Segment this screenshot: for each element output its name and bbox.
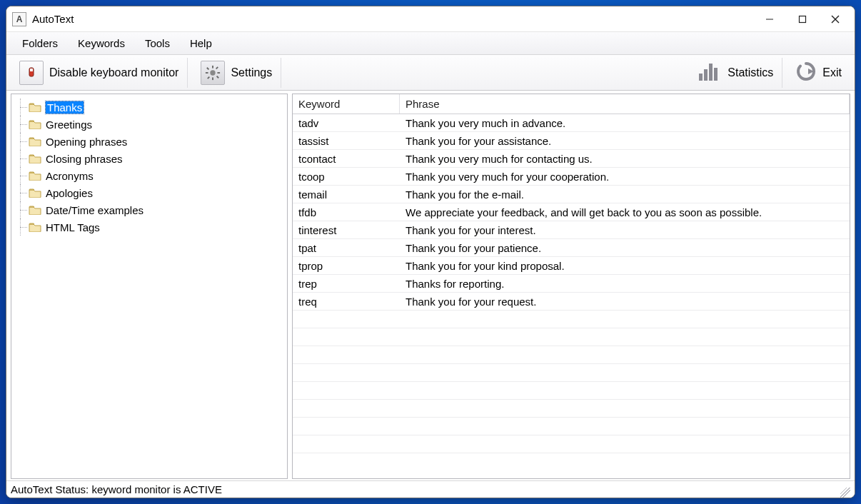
close-button[interactable] <box>819 8 852 31</box>
cell-phrase: Thank you for your patience. <box>400 242 850 254</box>
cell-phrase: Thank you very much for contacting us. <box>400 153 850 165</box>
column-phrase[interactable]: Phrase <box>400 94 850 114</box>
cell-phrase: Thank you very much for your cooperation… <box>400 171 850 183</box>
gear-icon <box>201 61 225 85</box>
svg-rect-5 <box>30 69 33 71</box>
folder-item[interactable]: Thanks <box>14 99 284 116</box>
column-keyword[interactable]: Keyword <box>293 94 400 114</box>
svg-rect-10 <box>218 72 221 74</box>
maximize-button[interactable] <box>786 8 819 31</box>
app-icon: A <box>12 12 26 26</box>
cell-phrase: Thank you very much in advance. <box>400 117 850 129</box>
resize-grip[interactable] <box>840 488 850 498</box>
cell-keyword: tprop <box>293 260 400 272</box>
folder-label: Opening phrases <box>46 136 127 148</box>
cell-phrase: We appreciate your feedback, and will ge… <box>400 206 850 218</box>
table-row[interactable]: trepThanks for reporting. <box>293 275 850 293</box>
table-row[interactable]: tcontactThank you very much for contacti… <box>293 150 850 168</box>
cell-phrase: Thank you for your assistance. <box>400 135 850 147</box>
folder-icon <box>29 188 41 198</box>
svg-rect-18 <box>714 68 718 81</box>
minimize-button[interactable] <box>753 8 786 31</box>
svg-rect-1 <box>800 16 806 22</box>
table-row[interactable]: tadvThank you very much in advance. <box>293 114 850 132</box>
close-icon <box>831 15 840 24</box>
exit-button[interactable]: Exit <box>791 59 846 86</box>
cell-phrase: Thank you for your request. <box>400 296 850 308</box>
cell-keyword: tinterest <box>293 224 400 236</box>
folder-icon <box>29 102 41 112</box>
window-controls <box>753 8 852 31</box>
maximize-icon <box>798 15 807 24</box>
folder-icon <box>29 222 41 232</box>
cell-keyword: trep <box>293 278 400 290</box>
settings-label: Settings <box>231 66 272 79</box>
status-text: AutoText Status: keyword monitor is ACTI… <box>11 483 222 495</box>
menu-help[interactable]: Help <box>180 32 222 54</box>
svg-point-6 <box>211 70 216 75</box>
table-row[interactable]: tinterestThank you for your interest. <box>293 221 850 239</box>
cell-keyword: tcontact <box>293 153 400 165</box>
main-area: ThanksGreetingsOpening phrasesClosing ph… <box>6 91 855 480</box>
cell-keyword: tfdb <box>293 206 400 218</box>
folder-item[interactable]: Acronyms <box>14 167 284 184</box>
cell-keyword: temail <box>293 188 400 201</box>
statistics-button[interactable]: Statistics <box>693 59 777 86</box>
toolbar: Disable keyboard monitor Settings Statis… <box>6 55 855 91</box>
folder-icon <box>29 119 41 129</box>
folder-label: HTML Tags <box>46 221 100 233</box>
disable-monitor-label: Disable keyboard monitor <box>49 66 178 79</box>
exit-label: Exit <box>822 66 842 79</box>
table-body[interactable]: tadvThank you very much in advance.tassi… <box>293 114 850 478</box>
menu-tools[interactable]: Tools <box>135 32 180 54</box>
folder-item[interactable]: Greetings <box>14 116 284 133</box>
folder-item[interactable]: Closing phrases <box>14 150 284 167</box>
statistics-label: Statistics <box>727 66 773 79</box>
table-row[interactable]: tpropThank you for your kind proposal. <box>293 257 850 275</box>
folders-tree[interactable]: ThanksGreetingsOpening phrasesClosing ph… <box>11 94 288 479</box>
cell-keyword: treq <box>293 296 400 308</box>
cell-keyword: tadv <box>293 117 400 129</box>
table-row[interactable]: tfdbWe appreciate your feedback, and wil… <box>293 203 850 221</box>
exit-icon <box>795 61 817 84</box>
app-window: A AutoText Folders Keywords Tools Help <box>6 6 855 498</box>
svg-rect-8 <box>213 77 214 80</box>
window-title: AutoText <box>32 13 74 25</box>
cell-keyword: tcoop <box>293 171 400 183</box>
table-row-empty <box>293 418 850 435</box>
folder-label: Closing phrases <box>46 153 123 165</box>
table-row[interactable]: tpatThank you for your patience. <box>293 239 850 257</box>
folder-item[interactable]: Opening phrases <box>14 133 284 150</box>
folder-label: Acronyms <box>46 170 94 182</box>
cell-phrase: Thank you for the e-mail. <box>400 188 850 201</box>
folder-item[interactable]: Date/Time examples <box>14 201 284 218</box>
folder-item[interactable]: Apologies <box>14 184 284 201</box>
table-row[interactable]: treqThank you for your request. <box>293 293 850 311</box>
table-row-empty <box>293 346 850 364</box>
menu-keywords[interactable]: Keywords <box>68 32 135 54</box>
table-row-empty <box>293 382 850 400</box>
folder-item[interactable]: HTML Tags <box>14 218 284 236</box>
svg-rect-13 <box>216 66 218 69</box>
keywords-table: Keyword Phrase tadvThank you very much i… <box>292 94 850 479</box>
cell-phrase: Thank you for your kind proposal. <box>400 260 850 272</box>
disable-monitor-button[interactable]: Disable keyboard monitor <box>15 59 183 86</box>
table-row-empty <box>293 364 850 382</box>
statusbar: AutoText Status: keyword monitor is ACTI… <box>6 480 855 498</box>
svg-rect-14 <box>208 76 211 79</box>
settings-button[interactable]: Settings <box>196 59 276 86</box>
bar-chart-icon <box>698 61 722 84</box>
folder-icon <box>29 205 41 215</box>
menu-folders[interactable]: Folders <box>12 32 68 54</box>
table-row[interactable]: temailThank you for the e-mail. <box>293 186 850 203</box>
svg-rect-16 <box>704 69 708 81</box>
folder-label: Date/Time examples <box>46 204 144 216</box>
table-row-empty <box>293 435 850 453</box>
folder-icon <box>29 136 41 146</box>
titlebar[interactable]: A AutoText <box>6 6 855 32</box>
svg-rect-9 <box>206 72 208 74</box>
table-row[interactable]: tcoopThank you very much for your cooper… <box>293 168 850 186</box>
folder-label: Greetings <box>46 119 92 131</box>
table-row-empty <box>293 400 850 418</box>
table-row[interactable]: tassistThank you for your assistance. <box>293 132 850 150</box>
